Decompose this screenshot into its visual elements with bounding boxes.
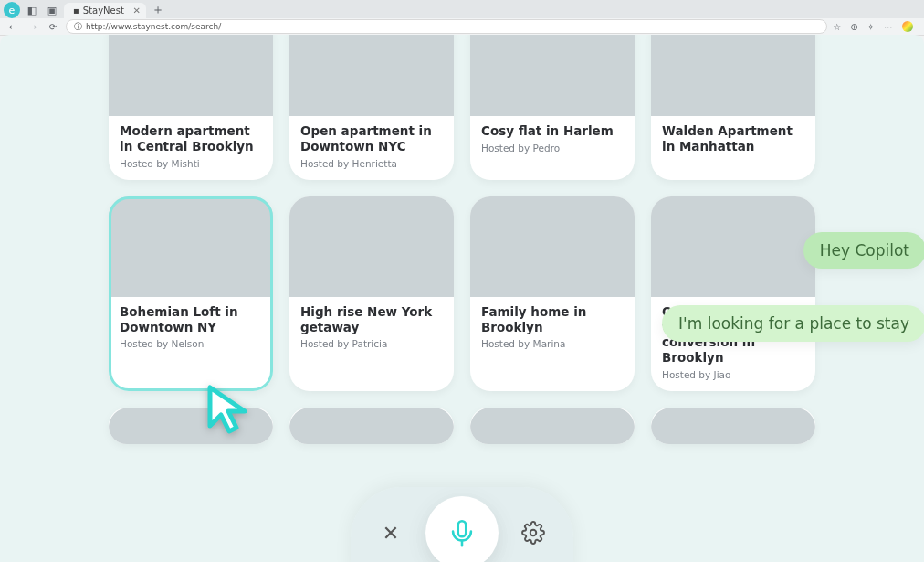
tab-title: StayNest <box>83 5 124 16</box>
browser-tab[interactable]: ▪ StayNest ✕ <box>64 3 146 18</box>
listing-host: Hosted by Mishti <box>120 158 262 169</box>
edge-icon[interactable]: e <box>4 2 20 18</box>
tab-strip: e ◧ ▣ ▪ StayNest ✕ ＋ <box>0 0 924 18</box>
listing-title: Family home in Brooklyn <box>481 304 624 335</box>
copilot-bubble-greeting: Hey Copilot <box>803 232 924 269</box>
listing-thumb <box>651 408 815 444</box>
url-text: http://www.staynest.com/search/ <box>86 22 221 31</box>
listing-host: Hosted by Nelson <box>120 338 262 349</box>
site-info-icon[interactable]: ⓘ <box>74 21 82 33</box>
address-bar: ← → ⟳ ⓘ http://www.staynest.com/search/ … <box>0 18 924 35</box>
listing-host: Hosted by Patricia <box>300 338 443 349</box>
page-viewport: East Side Hosted by Sergio Lower East Si… <box>0 35 924 562</box>
url-input[interactable]: ⓘ http://www.staynest.com/search/ <box>66 19 827 34</box>
new-tab-button[interactable]: ＋ <box>150 2 166 18</box>
copilot-dock: ✕ <box>351 487 573 562</box>
tab-favicon: ▪ <box>73 5 79 16</box>
listing-thumb <box>470 196 635 297</box>
favorite-icon[interactable]: ☆ <box>833 22 841 32</box>
listing-thumb <box>470 35 635 116</box>
listing-thumb <box>470 408 635 444</box>
listing-card[interactable]: Modern apartment in Central Brooklyn Hos… <box>109 35 273 180</box>
listing-host: Hosted by Marina <box>481 338 624 349</box>
listing-title: Cosy flat in Harlem <box>481 123 624 139</box>
collections-icon[interactable]: ✧ <box>867 22 875 32</box>
browser-chrome: e ◧ ▣ ▪ StayNest ✕ ＋ ← → ⟳ ⓘ http://www.… <box>0 0 924 36</box>
workspaces-icon[interactable]: ◧ <box>24 2 40 18</box>
listing-card[interactable] <box>470 408 635 444</box>
svg-rect-0 <box>458 521 467 536</box>
more-icon[interactable]: ⋯ <box>884 22 893 32</box>
listing-card[interactable]: High rise New York getaway Hosted by Pat… <box>289 196 454 392</box>
tab-close-icon[interactable]: ✕ <box>132 5 140 16</box>
listing-host: Hosted by Henrietta <box>300 158 443 169</box>
listing-thumb <box>289 408 454 444</box>
back-button[interactable]: ← <box>5 19 20 34</box>
listing-thumb <box>109 408 273 444</box>
listing-thumb <box>109 196 273 297</box>
listing-title: Open apartment in Downtown NYC <box>300 123 443 154</box>
listing-card-selected[interactable]: Bohemian Loft in Downtown NY Hosted by N… <box>109 196 273 392</box>
listing-host: Hosted by Pedro <box>481 143 624 154</box>
listing-card[interactable] <box>289 408 454 444</box>
tab-actions-icon[interactable]: ▣ <box>44 2 60 18</box>
copilot-bubble-query: I'm looking for a place to stay <box>662 305 924 342</box>
listing-card[interactable]: Cosy flat in Harlem Hosted by Pedro <box>470 35 635 180</box>
listing-grid: East Side Hosted by Sergio Lower East Si… <box>0 35 924 562</box>
listing-card[interactable]: Open plan warehouse conversion in Brookl… <box>651 196 815 392</box>
listing-card[interactable] <box>651 408 815 444</box>
listing-host: Hosted by Jiao <box>662 369 804 380</box>
listing-thumb <box>651 35 815 116</box>
forward-button[interactable]: → <box>26 19 40 34</box>
dock-close-button[interactable]: ✕ <box>365 507 416 558</box>
listing-title: Modern apartment in Central Brooklyn <box>120 123 262 154</box>
listing-title: Bohemian Loft in Downtown NY <box>120 304 262 335</box>
dock-settings-button[interactable] <box>508 507 559 558</box>
listing-card[interactable]: Open apartment in Downtown NYC Hosted by… <box>289 35 454 180</box>
dock-mic-button[interactable] <box>425 496 499 562</box>
listing-thumb <box>289 35 454 116</box>
listing-card[interactable] <box>109 408 273 444</box>
refresh-button[interactable]: ⟳ <box>46 19 60 34</box>
listing-thumb <box>651 196 815 297</box>
listing-card[interactable]: Walden Apartment in Manhattan <box>651 35 815 180</box>
profile-avatar[interactable] <box>902 21 913 32</box>
listing-card[interactable]: Family home in Brooklyn Hosted by Marina <box>470 196 635 392</box>
listing-title: High rise New York getaway <box>300 304 443 335</box>
listing-title: Walden Apartment in Manhattan <box>662 123 804 154</box>
extensions-icon[interactable]: ⊕ <box>850 22 857 32</box>
svg-point-2 <box>530 530 537 536</box>
listing-thumb <box>109 35 273 116</box>
listing-thumb <box>289 196 454 297</box>
